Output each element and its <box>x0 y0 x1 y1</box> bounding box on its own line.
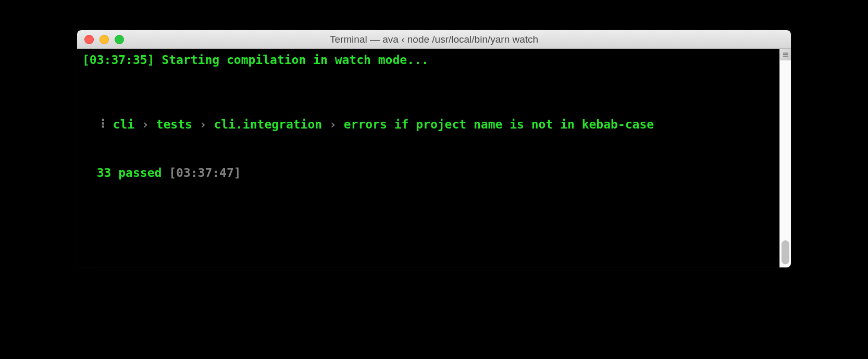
close-icon[interactable] <box>84 35 94 44</box>
titlebar[interactable]: Terminal — ava ‹ node /usr/local/bin/yar… <box>77 30 791 49</box>
passed-count: 33 passed <box>97 166 162 179</box>
spinner-icon: ⠸ <box>97 118 106 131</box>
terminal-output[interactable]: [03:37:35] Starting compilation in watch… <box>77 49 791 267</box>
maximize-icon[interactable] <box>115 35 124 44</box>
crumb-4: errors if project name is not in kebab-c… <box>344 118 654 131</box>
terminal-window: Terminal — ava ‹ node /usr/local/bin/yar… <box>77 30 791 267</box>
window-title: Terminal — ava ‹ node /usr/local/bin/yar… <box>77 34 791 45</box>
timestamp: [03:37:35] <box>82 53 154 67</box>
traffic-lights <box>77 35 124 44</box>
crumb-sep-3: › <box>322 118 344 131</box>
crumb-sep-1: › <box>134 118 156 131</box>
scrollbar-menu-icon[interactable] <box>780 49 791 60</box>
passed-time: [03:37:47] <box>169 166 241 179</box>
crumb-sep-2: › <box>192 118 214 131</box>
crumb-2: tests <box>156 118 192 131</box>
scrollbar[interactable] <box>779 49 791 267</box>
crumb-1: cli <box>113 118 135 131</box>
compile-msg: Starting compilation in watch mode... <box>154 53 428 67</box>
scrollbar-thumb[interactable] <box>782 240 789 264</box>
crumb-3: cli.integration <box>214 118 322 131</box>
minimize-icon[interactable] <box>100 35 109 44</box>
